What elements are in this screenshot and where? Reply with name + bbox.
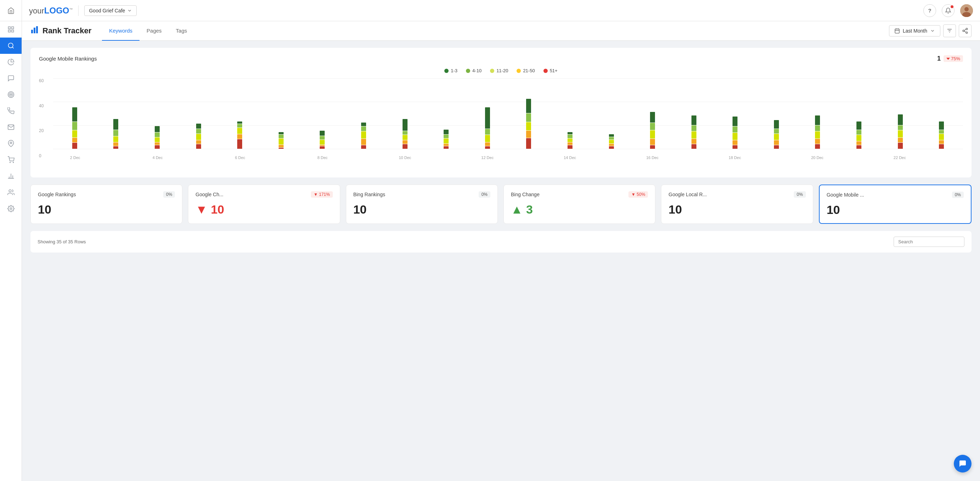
bar-group[interactable]	[467, 78, 508, 149]
chat-bubble-button[interactable]	[954, 455, 972, 473]
stat-card-5[interactable]: Google Mobile ... 0% 10	[819, 185, 972, 224]
x-axis-label: 4 Dec	[137, 154, 178, 160]
bar-segment-yellow	[568, 139, 573, 142]
bar-stack	[72, 78, 77, 149]
avatar[interactable]	[960, 4, 973, 17]
bar-segment-darkgreen	[650, 112, 655, 123]
bars-row	[53, 78, 963, 149]
bar-group[interactable]	[302, 78, 343, 149]
bar-group[interactable]	[921, 78, 962, 149]
stat-card-badge: 0%	[952, 192, 964, 198]
logo-main: LOGO	[44, 6, 69, 15]
bar-segment-darkgreen	[526, 99, 531, 113]
bar-group[interactable]	[674, 78, 714, 149]
chart-title: Google Mobile Rankings	[39, 56, 97, 62]
stat-card-3[interactable]: Bing Change ▼ 50% ▲ 3	[503, 185, 655, 224]
bar-segment-darkgreen	[609, 134, 614, 137]
phone-nav[interactable]	[0, 103, 22, 119]
svg-point-10	[10, 162, 10, 163]
stat-card-1[interactable]: Google Ch... ▼ 171% ▼ 10	[188, 185, 340, 224]
bar-group[interactable]	[839, 78, 879, 149]
legend-21-50: 21-50	[517, 68, 535, 73]
bar-group[interactable]	[261, 78, 301, 149]
bar-segment-darkgreen	[196, 124, 201, 128]
help-button[interactable]: ?	[923, 4, 936, 17]
svg-point-17	[10, 208, 12, 210]
x-labels: 2 Dec4 Dec6 Dec8 Dec10 Dec12 Dec14 Dec16…	[53, 154, 963, 160]
radar-nav[interactable]	[0, 86, 22, 103]
date-filter-button[interactable]: Last Month	[889, 25, 940, 37]
cart-nav[interactable]	[0, 151, 22, 168]
settings-nav[interactable]	[0, 201, 22, 217]
stat-card-4[interactable]: Google Local R... 0% 10	[661, 185, 813, 224]
svg-rect-21	[31, 30, 33, 33]
report-nav[interactable]	[0, 168, 22, 184]
bar-stack	[856, 78, 861, 149]
bar-segment-yellow	[237, 128, 242, 134]
share-button[interactable]	[959, 24, 972, 37]
chart-area: 2 Dec4 Dec6 Dec8 Dec10 Dec12 Dec14 Dec16…	[53, 78, 963, 160]
notifications-button[interactable]	[942, 4, 955, 17]
bar-group[interactable]	[715, 78, 756, 149]
bar-segment-red	[526, 138, 531, 149]
stat-card-2[interactable]: Bing Rankings 0% 10	[346, 185, 498, 224]
bar-group[interactable]	[220, 78, 260, 149]
tab-pages[interactable]: Pages	[140, 21, 169, 41]
x-axis-label: 20 Dec	[797, 154, 838, 160]
bar-segment-darkgreen	[444, 130, 449, 134]
bar-group[interactable]	[426, 78, 466, 149]
bell-icon	[945, 8, 951, 14]
stat-value: 10	[668, 202, 682, 216]
bar-segment-yellow	[609, 140, 614, 143]
location-nav[interactable]	[0, 135, 22, 151]
bar-group[interactable]	[96, 78, 136, 149]
bar-group[interactable]	[550, 78, 590, 149]
filter-button[interactable]	[943, 24, 956, 37]
bar-group[interactable]	[509, 78, 549, 149]
svg-rect-23	[36, 26, 38, 33]
stat-card-header: Google Mobile ... 0%	[827, 192, 964, 198]
bar-group[interactable]	[137, 78, 177, 149]
bar-group[interactable]	[54, 78, 95, 149]
stat-card-badge: 0%	[163, 191, 175, 197]
bar-stack	[196, 78, 201, 149]
mail-nav[interactable]	[0, 119, 22, 135]
bar-group[interactable]	[880, 78, 921, 149]
bar-chart: 0204060 2 Dec4 Dec6 Dec8 Dec10 Dec12 Dec…	[39, 78, 963, 170]
bar-group[interactable]	[798, 78, 838, 149]
search-input[interactable]	[894, 237, 964, 247]
bar-segment-red	[485, 146, 490, 149]
bar-segment-lightgreen	[237, 124, 242, 127]
pie-nav[interactable]	[0, 54, 22, 70]
bar-segment-yellow	[196, 134, 201, 140]
bar-group[interactable]	[756, 78, 797, 149]
search-nav[interactable]	[0, 38, 22, 54]
bar-segment-yellow	[732, 133, 738, 140]
bar-group[interactable]	[632, 78, 673, 149]
tab-keywords[interactable]: Keywords	[102, 21, 140, 41]
home-nav[interactable]	[0, 0, 22, 21]
stat-card-0[interactable]: Google Rankings 0% 10	[30, 185, 182, 224]
bar-group[interactable]	[591, 78, 632, 149]
x-axis-label	[921, 154, 962, 160]
legend-4-10: 4-10	[466, 68, 482, 73]
bar-segment-darkgreen	[113, 119, 118, 130]
bar-segment-orange	[113, 142, 118, 146]
bar-segment-yellow	[113, 136, 118, 142]
bar-group[interactable]	[344, 78, 384, 149]
bar-segment-yellow	[485, 135, 490, 142]
chat-nav[interactable]	[0, 70, 22, 86]
bar-group[interactable]	[385, 78, 425, 149]
tab-tags[interactable]: Tags	[169, 21, 194, 41]
bar-segment-red	[692, 144, 697, 149]
bar-segment-lightgreen	[361, 126, 366, 131]
bar-segment-red	[898, 143, 903, 149]
bar-chart-icon	[30, 25, 39, 34]
users-nav[interactable]	[0, 184, 22, 201]
grid-nav[interactable]	[0, 21, 22, 38]
site-selector[interactable]: Good Grief Cafe	[84, 5, 137, 16]
bar-group[interactable]	[178, 78, 219, 149]
logo-your: your	[29, 6, 44, 15]
rank-tracker-icon	[30, 25, 39, 36]
bar-segment-yellow	[361, 131, 366, 139]
